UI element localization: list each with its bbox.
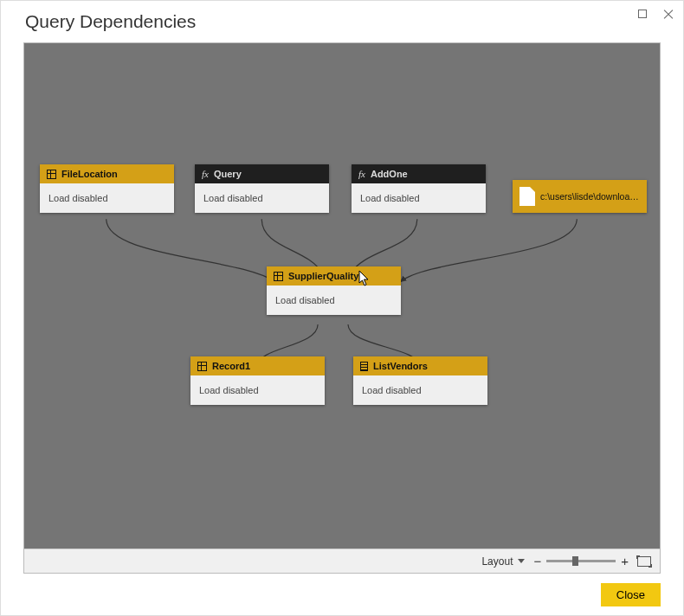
node-label: FileLocation — [61, 169, 118, 179]
zoom-fit-button[interactable] — [637, 556, 651, 567]
node-status: Load disabled — [195, 183, 329, 213]
canvas-statusbar: Layout − + — [24, 549, 660, 573]
node-list-vendors[interactable]: ListVendors Load disabled — [353, 356, 487, 405]
zoom-controls: − + — [533, 554, 629, 568]
node-header: SupplierQuality — [267, 266, 401, 286]
node-status: Load disabled — [352, 183, 486, 213]
layout-dropdown[interactable]: Layout — [481, 555, 525, 568]
node-label: Record1 — [212, 361, 250, 371]
node-file-location[interactable]: FileLocation Load disabled — [40, 164, 174, 213]
dialog-titlebar: Query Dependencies — [1, 1, 683, 42]
fx-icon: fx — [202, 170, 209, 179]
dialog-footer: Close — [1, 574, 683, 615]
table-icon — [274, 272, 283, 281]
node-header: Record1 — [190, 356, 325, 375]
node-status: Load disabled — [190, 375, 325, 405]
node-query[interactable]: fx Query Load disabled — [195, 164, 329, 213]
node-label: Query — [214, 169, 242, 179]
file-icon — [519, 187, 535, 206]
zoom-in-button[interactable]: + — [621, 554, 629, 568]
node-label: c:\users\lisde\downloads... — [540, 191, 640, 202]
node-header: fx AddOne — [352, 164, 486, 183]
close-button[interactable]: Close — [601, 583, 661, 606]
table-icon — [47, 170, 56, 179]
node-label: AddOne — [371, 169, 408, 179]
node-header: FileLocation — [40, 164, 174, 183]
zoom-out-button[interactable]: − — [533, 554, 541, 568]
dependency-canvas[interactable]: FileLocation Load disabled fx Query Load… — [24, 43, 660, 549]
node-label: ListVendors — [373, 361, 428, 371]
list-icon — [360, 362, 368, 371]
chevron-down-icon — [518, 559, 525, 563]
window-close-button[interactable] — [659, 4, 678, 23]
window-maximize-button[interactable] — [633, 4, 652, 23]
zoom-slider[interactable] — [546, 560, 616, 562]
layout-label: Layout — [481, 555, 513, 568]
node-header: ListVendors — [353, 356, 487, 375]
fx-icon: fx — [358, 170, 365, 179]
node-header: c:\users\lisde\downloads... — [513, 180, 647, 213]
node-file-source[interactable]: c:\users\lisde\downloads... — [513, 180, 647, 213]
node-record1[interactable]: Record1 Load disabled — [190, 356, 325, 405]
node-status: Load disabled — [267, 286, 401, 315]
node-header: fx Query — [195, 164, 329, 183]
node-status: Load disabled — [40, 183, 174, 213]
node-label: SupplierQuality — [288, 271, 358, 281]
window-controls — [633, 4, 678, 23]
node-status: Load disabled — [353, 375, 487, 405]
dialog-title: Query Dependencies — [25, 11, 196, 32]
dialog-query-dependencies: Query Dependencies — [0, 0, 684, 616]
table-icon — [197, 362, 207, 371]
canvas-frame: FileLocation Load disabled fx Query Load… — [23, 42, 661, 574]
node-supplier-quality[interactable]: SupplierQuality Load disabled — [267, 266, 401, 315]
node-add-one[interactable]: fx AddOne Load disabled — [352, 164, 486, 213]
